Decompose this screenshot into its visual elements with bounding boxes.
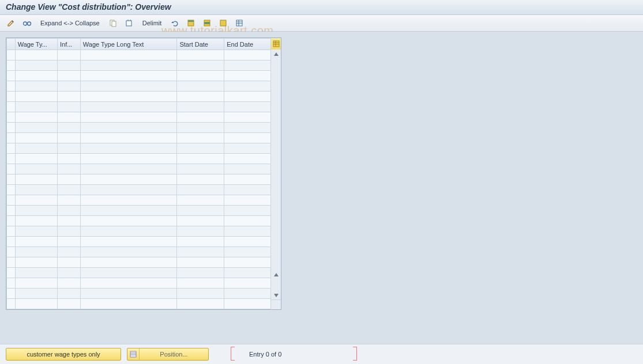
cell[interactable] — [80, 206, 177, 216]
cell[interactable] — [80, 185, 177, 195]
cell[interactable] — [177, 112, 224, 123]
cell[interactable] — [177, 92, 224, 102]
cell[interactable] — [58, 206, 81, 216]
cell[interactable] — [177, 50, 224, 60]
cell[interactable] — [15, 50, 57, 60]
table-row[interactable] — [7, 123, 272, 133]
table-row[interactable] — [7, 278, 272, 289]
cell[interactable] — [80, 60, 177, 71]
cell[interactable] — [15, 289, 57, 299]
cell[interactable] — [224, 81, 272, 92]
cell[interactable] — [80, 112, 177, 123]
col-wage-type[interactable]: Wage Ty... — [15, 39, 57, 50]
cell[interactable] — [15, 237, 57, 247]
cell[interactable] — [80, 50, 177, 60]
cell[interactable] — [15, 195, 57, 206]
cell[interactable] — [80, 154, 177, 164]
position-button[interactable]: Position... — [127, 348, 209, 361]
row-selector[interactable] — [7, 60, 16, 71]
cell[interactable] — [80, 123, 177, 133]
row-selector[interactable] — [7, 195, 16, 206]
cell[interactable] — [177, 278, 224, 289]
cell[interactable] — [58, 133, 81, 143]
cell[interactable] — [224, 237, 272, 247]
row-selector[interactable] — [7, 226, 16, 237]
table-row[interactable] — [7, 133, 272, 143]
cell[interactable] — [58, 278, 81, 289]
col-infotype[interactable]: Inf... — [58, 39, 81, 50]
cell[interactable] — [177, 71, 224, 81]
row-selector[interactable] — [7, 216, 16, 226]
glasses-icon[interactable] — [21, 18, 33, 28]
cell[interactable] — [80, 216, 177, 226]
cell[interactable] — [15, 278, 57, 289]
cell[interactable] — [58, 175, 81, 185]
table-row[interactable] — [7, 195, 272, 206]
cell[interactable] — [58, 50, 81, 60]
toggle-edit-icon[interactable] — [5, 18, 17, 28]
row-selector[interactable] — [7, 278, 16, 289]
select-block-icon[interactable] — [201, 18, 213, 28]
cell[interactable] — [15, 299, 57, 309]
cell[interactable] — [15, 71, 57, 81]
row-selector[interactable] — [7, 206, 16, 216]
cell[interactable] — [177, 60, 224, 71]
table-row[interactable] — [7, 81, 272, 92]
cell[interactable] — [177, 257, 224, 268]
row-selector[interactable] — [7, 247, 16, 257]
col-end-date[interactable]: End Date — [224, 39, 272, 50]
row-selector[interactable] — [7, 237, 16, 247]
cell[interactable] — [58, 216, 81, 226]
cell[interactable] — [58, 123, 81, 133]
data-grid[interactable]: Wage Ty... Inf... Wage Type Long Text St… — [6, 38, 272, 309]
cell[interactable] — [224, 247, 272, 257]
cell[interactable] — [177, 268, 224, 278]
cell[interactable] — [58, 164, 81, 175]
cell[interactable] — [58, 154, 81, 164]
cell[interactable] — [80, 289, 177, 299]
table-row[interactable] — [7, 206, 272, 216]
row-selector[interactable] — [7, 175, 16, 185]
table-row[interactable] — [7, 226, 272, 237]
cell[interactable] — [58, 257, 81, 268]
row-selector[interactable] — [7, 123, 16, 133]
row-selector[interactable] — [7, 133, 16, 143]
cell[interactable] — [177, 195, 224, 206]
cell[interactable] — [224, 102, 272, 112]
cell[interactable] — [58, 92, 81, 102]
cell[interactable] — [58, 60, 81, 71]
cell[interactable] — [224, 60, 272, 71]
row-selector[interactable] — [7, 143, 16, 154]
scroll-down-icon-2[interactable] — [271, 291, 281, 300]
cell[interactable] — [15, 216, 57, 226]
cell[interactable] — [58, 71, 81, 81]
table-row[interactable] — [7, 216, 272, 226]
cell[interactable] — [224, 195, 272, 206]
cell[interactable] — [15, 154, 57, 164]
cell[interactable] — [177, 102, 224, 112]
cell[interactable] — [15, 175, 57, 185]
row-selector[interactable] — [7, 102, 16, 112]
cell[interactable] — [224, 175, 272, 185]
col-start-date[interactable]: Start Date — [177, 39, 224, 50]
row-selector[interactable] — [7, 289, 16, 299]
cell[interactable] — [177, 247, 224, 257]
cell[interactable] — [177, 299, 224, 309]
cell[interactable] — [15, 60, 57, 71]
cell[interactable] — [15, 112, 57, 123]
cell[interactable] — [177, 237, 224, 247]
cell[interactable] — [80, 175, 177, 185]
row-selector[interactable] — [7, 50, 16, 60]
cell[interactable] — [15, 185, 57, 195]
cell[interactable] — [80, 257, 177, 268]
cell[interactable] — [224, 143, 272, 154]
cell[interactable] — [80, 299, 177, 309]
cell[interactable] — [177, 164, 224, 175]
cell[interactable] — [15, 206, 57, 216]
cell[interactable] — [15, 257, 57, 268]
cell[interactable] — [224, 92, 272, 102]
cell[interactable] — [15, 143, 57, 154]
cell[interactable] — [177, 133, 224, 143]
cell[interactable] — [177, 226, 224, 237]
cell[interactable] — [224, 278, 272, 289]
